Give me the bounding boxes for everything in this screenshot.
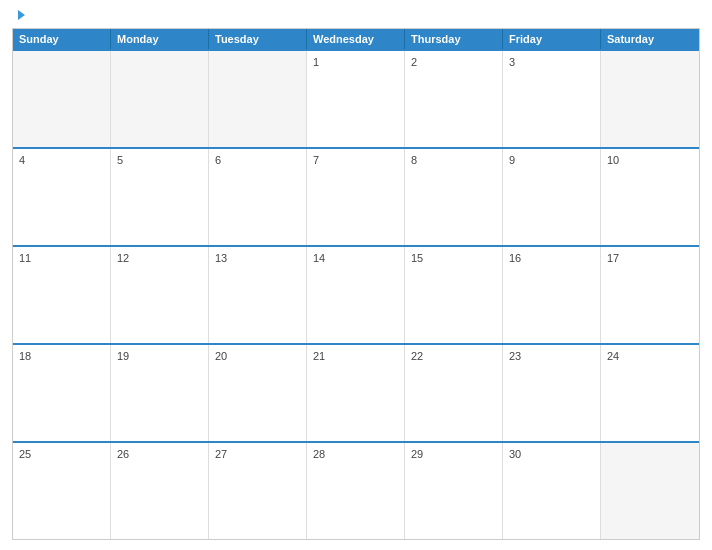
day-headers-row: SundayMondayTuesdayWednesdayThursdayFrid… — [13, 29, 699, 49]
day-cell: 27 — [209, 443, 307, 539]
day-cell: 16 — [503, 247, 601, 343]
day-header-monday: Monday — [111, 29, 209, 49]
day-number: 1 — [313, 56, 319, 68]
logo-blue-text — [16, 10, 25, 20]
day-number: 20 — [215, 350, 227, 362]
day-cell — [209, 51, 307, 147]
day-cell: 23 — [503, 345, 601, 441]
logo — [16, 10, 25, 20]
day-number: 25 — [19, 448, 31, 460]
day-number: 13 — [215, 252, 227, 264]
logo-triangle-icon — [18, 10, 25, 20]
day-cell: 2 — [405, 51, 503, 147]
day-cell: 13 — [209, 247, 307, 343]
day-cell: 25 — [13, 443, 111, 539]
week-row-5: 252627282930 — [13, 441, 699, 539]
week-row-1: 123 — [13, 49, 699, 147]
day-number: 15 — [411, 252, 423, 264]
day-number: 10 — [607, 154, 619, 166]
day-cell: 4 — [13, 149, 111, 245]
day-cell: 7 — [307, 149, 405, 245]
day-number: 19 — [117, 350, 129, 362]
day-cell: 10 — [601, 149, 699, 245]
day-cell: 19 — [111, 345, 209, 441]
day-cell — [111, 51, 209, 147]
day-number: 8 — [411, 154, 417, 166]
day-number: 11 — [19, 252, 31, 264]
calendar: SundayMondayTuesdayWednesdayThursdayFrid… — [12, 28, 700, 540]
day-header-saturday: Saturday — [601, 29, 699, 49]
day-cell — [601, 51, 699, 147]
day-cell: 6 — [209, 149, 307, 245]
day-cell — [13, 51, 111, 147]
day-header-tuesday: Tuesday — [209, 29, 307, 49]
day-number: 9 — [509, 154, 515, 166]
day-cell: 8 — [405, 149, 503, 245]
day-number: 22 — [411, 350, 423, 362]
day-cell: 5 — [111, 149, 209, 245]
day-number: 12 — [117, 252, 129, 264]
day-number: 23 — [509, 350, 521, 362]
day-cell: 24 — [601, 345, 699, 441]
day-number: 4 — [19, 154, 25, 166]
day-cell: 21 — [307, 345, 405, 441]
day-header-sunday: Sunday — [13, 29, 111, 49]
day-cell: 26 — [111, 443, 209, 539]
week-row-3: 11121314151617 — [13, 245, 699, 343]
day-cell: 20 — [209, 345, 307, 441]
day-header-wednesday: Wednesday — [307, 29, 405, 49]
day-number: 18 — [19, 350, 31, 362]
day-cell: 18 — [13, 345, 111, 441]
day-number: 27 — [215, 448, 227, 460]
week-row-4: 18192021222324 — [13, 343, 699, 441]
day-cell: 14 — [307, 247, 405, 343]
day-number: 26 — [117, 448, 129, 460]
day-number: 3 — [509, 56, 515, 68]
day-number: 16 — [509, 252, 521, 264]
week-row-2: 45678910 — [13, 147, 699, 245]
day-cell: 3 — [503, 51, 601, 147]
day-number: 6 — [215, 154, 221, 166]
day-header-friday: Friday — [503, 29, 601, 49]
day-cell — [601, 443, 699, 539]
day-cell: 12 — [111, 247, 209, 343]
day-number: 30 — [509, 448, 521, 460]
header — [12, 10, 700, 20]
weeks-container: 1234567891011121314151617181920212223242… — [13, 49, 699, 539]
page: SundayMondayTuesdayWednesdayThursdayFrid… — [0, 0, 712, 550]
day-cell: 22 — [405, 345, 503, 441]
day-cell: 28 — [307, 443, 405, 539]
day-cell: 9 — [503, 149, 601, 245]
day-number: 24 — [607, 350, 619, 362]
day-header-thursday: Thursday — [405, 29, 503, 49]
day-number: 14 — [313, 252, 325, 264]
day-cell: 17 — [601, 247, 699, 343]
day-cell: 29 — [405, 443, 503, 539]
day-cell: 11 — [13, 247, 111, 343]
day-number: 7 — [313, 154, 319, 166]
day-number: 2 — [411, 56, 417, 68]
day-number: 5 — [117, 154, 123, 166]
day-cell: 1 — [307, 51, 405, 147]
day-number: 29 — [411, 448, 423, 460]
day-number: 17 — [607, 252, 619, 264]
day-cell: 15 — [405, 247, 503, 343]
day-number: 21 — [313, 350, 325, 362]
day-cell: 30 — [503, 443, 601, 539]
day-number: 28 — [313, 448, 325, 460]
